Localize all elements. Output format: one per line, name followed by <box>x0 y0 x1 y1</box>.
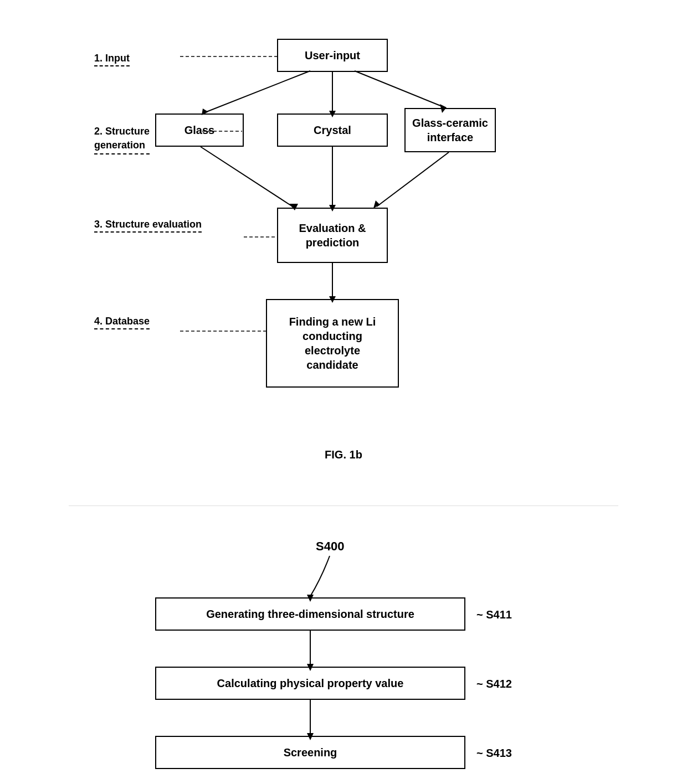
box-calculating: Calculating physical property value <box>155 667 465 700</box>
s400-label: S400 <box>316 539 344 554</box>
box-finding: Finding a new Liconductingelectrolytecan… <box>266 299 399 388</box>
svg-line-8 <box>355 71 443 107</box>
section-divider <box>69 506 618 506</box>
fig-1b-caption: FIG. 1b <box>0 448 687 461</box>
figure-2a: S400 Generating three-dimensional struct… <box>0 517 687 784</box>
figure-1b: 1. Input 2. Structuregeneration 3. Struc… <box>0 0 687 494</box>
label-database: 4. Database <box>94 316 150 329</box>
box-evaluation: Evaluation &prediction <box>277 208 388 263</box>
diagram-2a-area: S400 Generating three-dimensional struct… <box>122 539 565 784</box>
label-input: 1. Input <box>94 53 130 66</box>
diagram-1b-area: 1. Input 2. Structuregeneration 3. Struc… <box>94 22 593 443</box>
label-s412: ~ S412 <box>476 678 512 690</box>
box-glass: Glass <box>155 114 244 147</box>
label-structure-evaluation: 3. Structure evaluation <box>94 219 202 233</box>
label-s413: ~ S413 <box>476 747 512 760</box>
svg-line-6 <box>205 71 310 112</box>
box-generating: Generating three-dimensional structure <box>155 597 465 631</box>
label-s411: ~ S411 <box>476 608 512 621</box>
box-user-input: User-input <box>277 39 388 72</box>
box-glass-ceramic: Glass-ceramicinterface <box>404 108 496 152</box>
label-structure-generation: 2. Structuregeneration <box>94 125 150 154</box>
box-crystal: Crystal <box>277 114 388 147</box>
svg-marker-15 <box>373 200 380 208</box>
svg-line-14 <box>377 152 449 207</box>
svg-line-12 <box>201 147 293 207</box>
box-screening: Screening <box>155 736 465 769</box>
